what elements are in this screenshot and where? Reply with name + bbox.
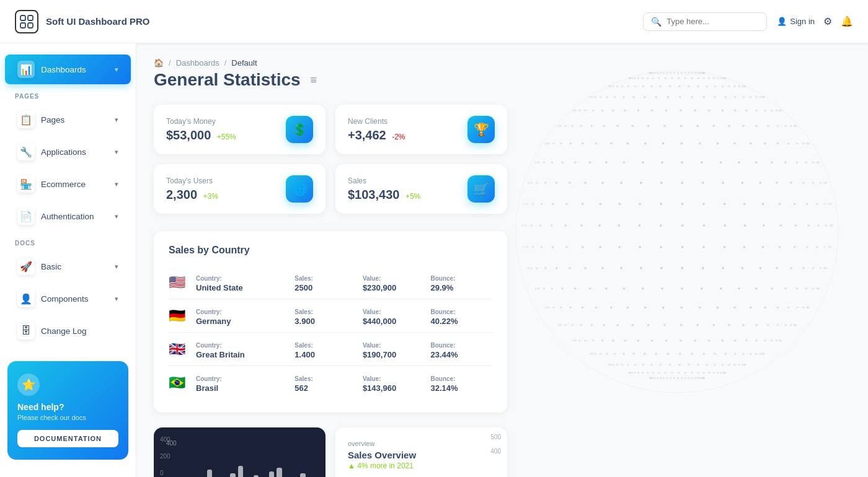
- bars-container: [184, 457, 313, 477]
- ecommerce-icon: 🏪: [17, 175, 35, 193]
- logo-icon: [15, 10, 38, 33]
- stat-change-users: +3%: [203, 192, 218, 201]
- chevron-down-icon: ▾: [115, 116, 118, 124]
- user-icon: 👤: [777, 17, 787, 26]
- svg-rect-2: [20, 23, 25, 28]
- home-icon: 🏠: [154, 58, 164, 68]
- sales-gb: 1.400: [294, 350, 356, 359]
- flag-gb: 🇬🇧: [169, 341, 190, 357]
- help-star-icon: ⭐: [17, 374, 40, 396]
- sidebar-item-label: Pages: [41, 115, 64, 125]
- stat-change-clients: -2%: [392, 133, 405, 141]
- chevron-down-icon: ▾: [115, 263, 118, 271]
- basic-icon: 🚀: [17, 258, 35, 275]
- topnav-actions: 👤 Sign in ⚙ 🔔: [777, 15, 853, 27]
- sidebar-item-label: Dashboards: [41, 65, 86, 74]
- country-table: 🇺🇸 Country: United State Sales: 2500 Val…: [169, 266, 492, 399]
- bar: [230, 473, 236, 477]
- search-box[interactable]: 🔍: [643, 12, 767, 31]
- bc-dashboards: Dashboards: [176, 58, 219, 68]
- y-axis: 400 200 0: [160, 436, 170, 476]
- bc-default: Default: [231, 58, 257, 68]
- sidebar-item-label: Applications: [41, 147, 86, 157]
- chevron-down-icon: ▾: [115, 66, 118, 74]
- bar: [269, 471, 275, 477]
- chevron-down-icon: ▾: [115, 180, 118, 188]
- country-name-br: Brasil: [196, 383, 288, 393]
- stat-card-sales: Sales $103,430 +5% 🛒: [335, 164, 507, 214]
- svg-rect-0: [20, 15, 25, 20]
- stat-label-clients: New Clients: [348, 117, 405, 126]
- sales-de: 3.900: [294, 317, 356, 326]
- flag-de: 🇩🇪: [169, 308, 190, 324]
- sidebar-item-applications[interactable]: 🔧 Applications ▾: [5, 137, 131, 167]
- components-icon: 👤: [17, 290, 35, 307]
- sidebar-item-label: Ecommerce: [41, 180, 86, 189]
- stat-value-money: $53,000: [166, 128, 211, 142]
- pages-section-label: PAGES: [0, 85, 136, 103]
- value-gb: $190,700: [363, 350, 425, 359]
- sidebar-item-label: Change Log: [41, 326, 87, 336]
- y-axis-labels: 500 400: [490, 434, 501, 455]
- stat-label-sales: Sales: [348, 177, 420, 185]
- stat-card-clients: New Clients +3,462 -2% 🏆: [335, 105, 507, 154]
- sidebar-item-basic[interactable]: 🚀 Basic ▾: [5, 252, 131, 281]
- value-us: $230,900: [363, 283, 425, 292]
- flag-us: 🇺🇸: [169, 274, 190, 291]
- bounce-de: 40.22%: [430, 317, 492, 326]
- value-de: $440,000: [363, 317, 425, 326]
- help-subtitle: Please check our docs: [17, 414, 118, 421]
- topnav-right: 🔍 👤 Sign in ⚙ 🔔: [643, 12, 853, 31]
- sidebar-item-label: Components: [41, 294, 89, 304]
- signin-button[interactable]: 👤 Sign in: [777, 17, 815, 26]
- sales-overview-title: Sales Overview: [348, 450, 495, 460]
- sales-us: 2500: [294, 283, 356, 292]
- flag-br: 🇧🇷: [169, 375, 190, 391]
- page-title: General Statistics: [154, 70, 301, 90]
- table-row: 🇬🇧 Country: Great Britain Sales: 1.400 V…: [169, 333, 492, 366]
- search-input[interactable]: [666, 17, 759, 26]
- table-row: 🇺🇸 Country: United State Sales: 2500 Val…: [169, 266, 492, 299]
- sidebar-item-components[interactable]: 👤 Components ▾: [5, 284, 131, 313]
- country-name-gb: Great Britain: [196, 350, 288, 359]
- settings-icon[interactable]: ⚙: [823, 15, 832, 27]
- sidebar-item-ecommerce[interactable]: 🏪 Ecommerce ▾: [5, 169, 131, 199]
- stat-label-money: Today's Money: [166, 117, 236, 126]
- sidebar-item-pages[interactable]: 📋 Pages ▾: [5, 105, 131, 134]
- chevron-down-icon: ▾: [115, 295, 118, 303]
- search-icon: 🔍: [651, 17, 662, 27]
- stat-icon-users: 🌐: [286, 175, 313, 203]
- pages-icon: 📋: [17, 111, 35, 128]
- bar: [300, 473, 306, 477]
- stat-value-sales: $103,430: [348, 188, 399, 201]
- main-content: 🏠 / Dashboards / Default General Statist…: [136, 43, 868, 477]
- stat-value-clients: +3,462: [348, 128, 386, 142]
- bar-chart: [184, 457, 313, 477]
- bell-icon[interactable]: 🔔: [841, 15, 853, 27]
- table-row: 🇩🇪 Country: Germany Sales: 3.900 Value: …: [169, 299, 492, 333]
- bottom-charts: 400 400 200 0 ove: [154, 427, 507, 477]
- chevron-down-icon: ▾: [115, 148, 118, 156]
- value-br: $143,960: [363, 383, 425, 393]
- globe-decoration: [479, 58, 851, 442]
- svg-point-4: [516, 71, 838, 393]
- sales-overview-subtitle: ▲ 4% more in 2021: [348, 462, 495, 470]
- svg-rect-1: [28, 15, 33, 20]
- sidebar: 📊 Dashboards ▾ PAGES 📋 Pages ▾ 🔧 Applica…: [0, 43, 136, 477]
- country-name-us: United State: [196, 283, 288, 292]
- sidebar-item-dashboards[interactable]: 📊 Dashboards ▾: [5, 55, 131, 84]
- bar-chart-card: 400 400 200 0: [154, 427, 326, 477]
- stat-icon-sales: 🛒: [467, 175, 495, 203]
- app-title: Soft UI Dashboard PRO: [46, 16, 150, 27]
- stat-card-money: Today's Money $53,000 +55% 💲: [154, 105, 326, 154]
- sidebar-item-authentication[interactable]: 📄 Authentication ▾: [5, 201, 131, 231]
- hamburger-icon[interactable]: ≡: [311, 74, 317, 87]
- stat-card-users: Today's Users 2,300 +3% 🌐: [154, 164, 326, 214]
- sidebar-item-changelog[interactable]: 🗄 Change Log: [5, 316, 131, 346]
- topnav: Soft UI Dashboard PRO 🔍 👤 Sign in ⚙ 🔔: [0, 0, 868, 43]
- svg-rect-3: [28, 23, 33, 28]
- sidebar-item-label: Basic: [41, 262, 61, 271]
- documentation-button[interactable]: DOCUMENTATION: [17, 430, 118, 447]
- sales-by-country-card: Sales by Country 🇺🇸 Country: United Stat…: [154, 231, 507, 413]
- bounce-br: 32.14%: [430, 383, 492, 393]
